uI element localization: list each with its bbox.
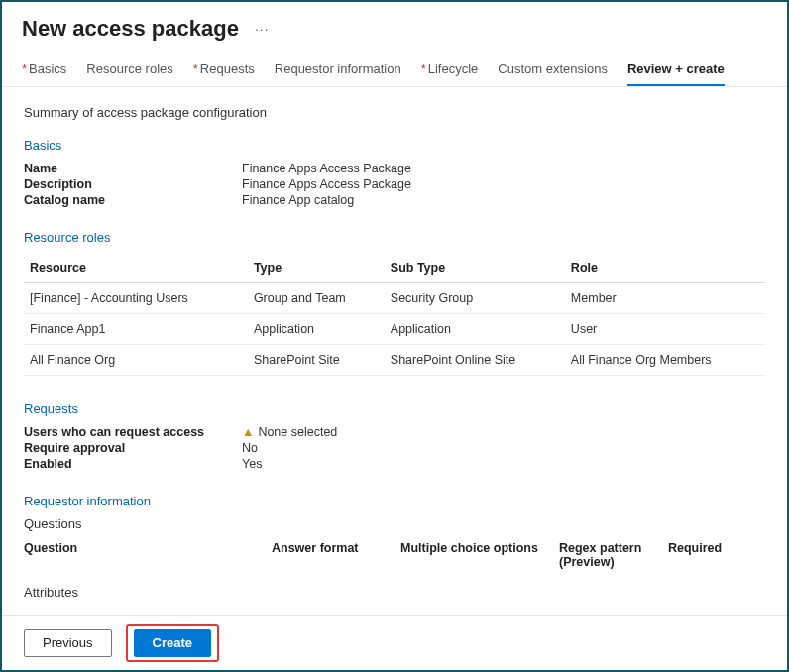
kv-row: EnabledYes [24,456,765,472]
column-header: Regex pattern (Preview) [559,541,668,569]
table-cell: [Finance] - Accounting Users [24,283,248,314]
kv-label: Description [24,177,242,191]
table-row: All Finance OrgSharePoint SiteSharePoint… [24,345,765,376]
wizard-tabs: *BasicsResource roles*RequestsRequestor … [2,46,787,87]
kv-label: Catalog name [24,193,242,207]
questions-heading: Questions [24,516,765,531]
kv-value: No [242,441,765,455]
table-cell: Application [385,314,565,345]
kv-value: ▲None selected [242,425,765,439]
requests-summary: Users who can request access▲None select… [24,424,765,472]
table-cell: SharePoint Site [248,345,385,376]
table-cell: Application [248,314,385,345]
table-cell: Security Group [385,283,565,314]
table-header: Resource [24,253,248,283]
required-indicator-icon: * [421,61,426,76]
basics-summary: NameFinance Apps Access PackageDescripti… [24,161,765,208]
attributes-heading: Attributes [24,585,765,600]
table-cell: Group and Team [248,283,385,314]
tab-label: Basics [29,61,66,76]
table-header: Role [565,253,765,283]
section-link-basics[interactable]: Basics [24,138,765,153]
tab-requests[interactable]: *Requests [193,61,255,86]
table-row: [Finance] - Accounting UsersGroup and Te… [24,283,765,314]
tab-basics[interactable]: *Basics [22,61,66,86]
kv-value: Finance Apps Access Package [242,177,765,191]
kv-row: Catalog nameFinance App catalog [24,192,765,208]
tab-custom-extensions[interactable]: Custom extensions [498,61,608,86]
wizard-footer: Previous Create [2,615,787,670]
section-link-resource-roles[interactable]: Resource roles [24,230,765,245]
warning-icon: ▲ [242,425,254,439]
tab-label: Resource roles [86,61,172,76]
table-cell: Finance App1 [24,314,248,345]
tab-requestor-information[interactable]: Requestor information [275,61,401,86]
previous-button[interactable]: Previous [24,629,112,657]
kv-row: Require approvalNo [24,440,765,456]
tab-label: Requests [200,61,255,76]
tab-label: Review + create [627,61,725,76]
table-row: Finance App1ApplicationApplicationUser [24,314,765,345]
more-actions-button[interactable]: ··· [255,21,270,37]
summary-heading: Summary of access package configuration [24,105,765,120]
column-header: Answer format [272,541,400,569]
tab-lifecycle[interactable]: *Lifecycle [421,61,479,86]
table-cell: All Finance Org Members [565,345,765,376]
kv-row: Users who can request access▲None select… [24,424,765,440]
kv-label: Name [24,162,242,175]
column-header: Question [24,541,272,569]
required-indicator-icon: * [22,61,27,76]
kv-row: NameFinance Apps Access Package [24,161,765,176]
questions-columns: QuestionAnswer formatMultiple choice opt… [24,535,765,575]
section-link-requests[interactable]: Requests [24,401,765,416]
page-title: New access package [22,16,239,42]
column-header: Required [668,541,765,569]
table-cell: All Finance Org [24,345,248,376]
kv-value: Yes [242,457,765,471]
section-link-requestor-info[interactable]: Requestor information [24,494,765,508]
required-indicator-icon: * [193,61,198,76]
kv-label: Users who can request access [24,425,242,439]
kv-label: Enabled [24,457,242,471]
kv-label: Require approval [24,441,242,455]
table-cell: User [565,314,765,345]
tab-label: Custom extensions [498,61,608,76]
table-header: Sub Type [385,253,565,283]
resource-roles-table: ResourceTypeSub TypeRole [Finance] - Acc… [24,253,765,376]
tab-label: Requestor information [275,61,401,76]
kv-row: DescriptionFinance Apps Access Package [24,176,765,192]
tab-review-create[interactable]: Review + create [627,61,725,86]
tab-label: Lifecycle [428,61,479,76]
kv-value: Finance App catalog [242,193,765,207]
create-button[interactable]: Create [134,629,211,657]
create-button-highlight: Create [126,624,219,662]
table-header: Type [248,253,385,283]
table-cell: SharePoint Online Site [385,345,565,376]
table-cell: Member [565,283,765,314]
column-header: Multiple choice options [400,541,559,569]
tab-resource-roles[interactable]: Resource roles [86,61,172,86]
kv-value: Finance Apps Access Package [242,162,765,175]
